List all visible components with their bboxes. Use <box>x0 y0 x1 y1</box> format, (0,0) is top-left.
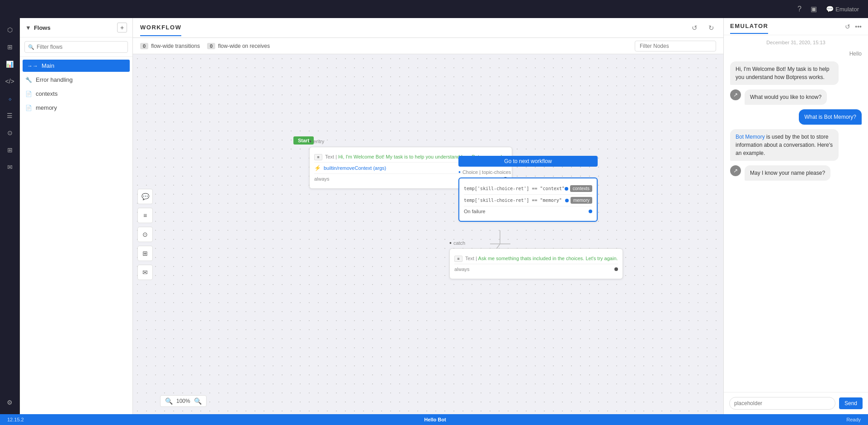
help-icon[interactable]: ? <box>797 5 802 13</box>
catch-always-label: always <box>454 266 470 272</box>
emulator-header: EMULATOR ↺ ••• <box>724 18 868 35</box>
flows-search-input[interactable] <box>24 41 128 53</box>
choice-condition-2: temp['skill-choice-ret'] == "memory" <box>464 198 562 203</box>
nav-mail-icon[interactable]: ✉ <box>2 159 18 175</box>
nav-list-icon[interactable]: ☰ <box>2 107 18 124</box>
workflow-title: WORKFLOW <box>140 24 181 36</box>
catch-always-dot <box>614 267 618 271</box>
catch-node[interactable]: • catch ≡ Text | Ask me something thats … <box>449 239 623 279</box>
message-bot-rich: Bot Memory is used by the bot to store i… <box>730 129 862 161</box>
emulator-title: EMULATOR <box>730 23 768 34</box>
emulator-undo-icon[interactable]: ↺ <box>845 23 850 30</box>
tool-capture-icon[interactable]: ⊙ <box>137 227 153 242</box>
transitions-badge: 0 <box>140 43 148 49</box>
undo-button[interactable]: ↺ <box>690 22 699 34</box>
message-user-highlight: What is Bot Memory? <box>730 109 862 125</box>
entry-action: builtin/removeContext (args) <box>324 165 386 171</box>
entry-text-icon: ≡ <box>314 154 322 160</box>
choice-badge-contexts: contexts <box>570 185 592 192</box>
contexts-icon: 📄 <box>25 91 32 97</box>
status-ready: Ready <box>846 417 861 422</box>
flows-add-button[interactable]: + <box>117 23 127 33</box>
sidebar-item-memory[interactable]: 📄 memory <box>20 101 132 115</box>
choice-dot-2 <box>565 199 569 202</box>
message-user-q1: ↗ What would you like to know? <box>730 89 862 105</box>
nav-camera-icon[interactable]: ⊙ <box>2 125 18 141</box>
choice-condition-3: On failure <box>464 209 486 214</box>
filter-nodes-input[interactable] <box>635 41 716 51</box>
choice-dot-3 <box>589 210 592 213</box>
redo-button[interactable]: ↻ <box>707 22 716 34</box>
memory-icon: 📄 <box>25 105 32 111</box>
emulator-nav-btn[interactable]: 💬 Emulator <box>826 5 859 13</box>
zoom-level-display: 100% <box>176 398 190 404</box>
flow-transitions-btn[interactable]: 0 flow-wide transitions <box>140 43 200 49</box>
tool-chat-icon[interactable]: 💬 <box>137 189 153 204</box>
zoom-out-button[interactable]: 🔍 <box>165 397 173 405</box>
main-flow-icon: →→ <box>27 63 38 69</box>
nav-flow-icon[interactable]: ⬦ <box>2 90 18 107</box>
sidebar-item-error-handling[interactable]: 🔧 Error handling <box>20 73 132 87</box>
message-hello: Hello <box>730 51 862 57</box>
connector-svg <box>133 54 723 414</box>
nav-grid-icon[interactable]: ⊞ <box>2 39 18 55</box>
screenshot-icon[interactable]: ▣ <box>811 5 817 13</box>
go-to-next-workflow-btn[interactable]: Go to next workflow <box>458 156 598 167</box>
message-welcome: Hi, I'm Welcome Bot! My task is to help … <box>730 61 862 85</box>
emulator-menu-icon[interactable]: ••• <box>855 23 862 30</box>
nav-chart-icon[interactable]: 📊 <box>2 56 18 72</box>
nav-share-icon[interactable]: ⬡ <box>2 22 18 38</box>
flow-receives-btn[interactable]: 0 flow-wide on receives <box>207 43 270 49</box>
nav-table-icon[interactable]: ⊞ <box>2 142 18 158</box>
status-botname: Hello Bot <box>424 417 446 422</box>
sidebar-item-main[interactable]: →→ Main <box>23 60 130 72</box>
error-handling-icon: 🔧 <box>25 77 32 83</box>
emulator-timestamp: December 31, 2020, 15:13 <box>724 35 868 47</box>
catch-text-content: Text | Ask me something thats included i… <box>465 255 618 262</box>
emulator-send-button[interactable]: Send <box>839 397 863 409</box>
emulator-chat-input[interactable] <box>729 397 835 410</box>
catch-text-icon: ≡ <box>454 256 462 262</box>
tool-layout-icon[interactable]: ⊞ <box>137 246 153 261</box>
message-user-q2: ↗ May I know your name please? <box>730 165 862 181</box>
choice-condition-1: temp['skill-choice-ret'] == "context" <box>464 186 565 191</box>
nav-gear-icon[interactable]: ⚙ <box>2 394 18 411</box>
status-version: 12.15.2 <box>7 417 24 422</box>
tool-mail-icon[interactable]: ✉ <box>137 265 153 280</box>
action-lightning-icon: ⚡ <box>314 165 321 171</box>
sidebar-item-contexts[interactable]: 📄 contexts <box>20 87 132 101</box>
zoom-in-button[interactable]: 🔍 <box>194 397 202 405</box>
entry-always-label: always <box>314 176 330 182</box>
flows-arrow-icon: ▼ <box>25 24 31 31</box>
tool-list-icon[interactable]: ≡ <box>137 208 153 223</box>
choice-dot-1 <box>565 187 568 191</box>
flows-header: ▼ Flows + <box>20 18 132 37</box>
flows-search-icon: 🔍 <box>28 44 34 50</box>
nav-code-icon[interactable]: </> <box>2 73 18 89</box>
choice-badge-memory: memory <box>571 197 592 204</box>
emulator-messages: Hello Hi, I'm Welcome Bot! My task is to… <box>724 47 868 392</box>
receives-badge: 0 <box>207 43 215 49</box>
flows-title: ▼ Flows <box>25 24 51 31</box>
choice-node[interactable]: Go to next workflow • Choice | topic-cho… <box>458 156 598 222</box>
